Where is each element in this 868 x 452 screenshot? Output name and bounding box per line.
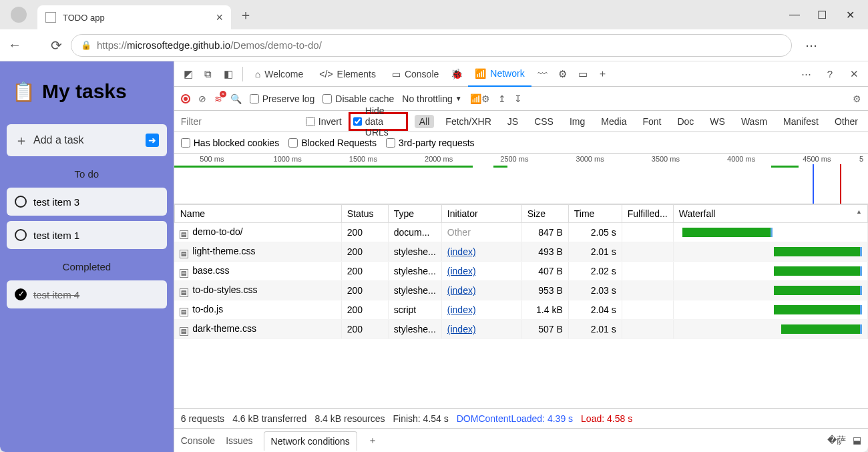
- panel-icon[interactable]: ▭: [574, 65, 592, 83]
- back-button[interactable]: ←: [8, 37, 21, 53]
- network-filter-row2: Has blocked cookies Blocked Requests 3rd…: [174, 132, 868, 154]
- filter-type-ws[interactable]: WS: [705, 115, 730, 128]
- more-tools-icon[interactable]: ⋯: [797, 65, 815, 83]
- network-request-table[interactable]: Name Status Type Initiator Size Time Ful…: [174, 204, 868, 408]
- close-devtools-icon[interactable]: ✕: [845, 65, 863, 83]
- col-initiator[interactable]: Initiator: [441, 205, 521, 223]
- new-tab-button[interactable]: ＋: [239, 6, 252, 24]
- help-icon[interactable]: ?: [821, 65, 839, 83]
- record-button[interactable]: [181, 94, 190, 103]
- task-label: test item 3: [33, 196, 79, 208]
- close-tab-icon[interactable]: ×: [216, 11, 223, 25]
- more-menu-button[interactable]: ⋯: [805, 38, 817, 53]
- filter-type-all[interactable]: All: [415, 115, 435, 128]
- network-timeline[interactable]: 500 ms1000 ms1500 ms2000 ms2500 ms3000 m…: [174, 154, 868, 204]
- file-icon: ▤: [180, 269, 188, 278]
- col-fulfilled[interactable]: Fulfilled...: [622, 205, 673, 223]
- table-row[interactable]: ▤to-do-styles.css200styleshe...(index)95…: [174, 281, 867, 300]
- col-time[interactable]: Time: [568, 205, 622, 223]
- network-settings-icon[interactable]: ⚙: [853, 93, 861, 104]
- col-name[interactable]: Name: [174, 205, 341, 223]
- status-transferred: 4.6 kB transferred: [232, 413, 306, 424]
- add-tab-icon[interactable]: ＋: [594, 65, 612, 83]
- device-icon[interactable]: ⧉: [200, 65, 217, 83]
- network-conditions-icon[interactable]: 📶⚙: [470, 93, 490, 104]
- clear-button[interactable]: ⊘: [198, 93, 206, 104]
- network-status-bar: 6 requests 4.6 kB transferred 8.4 kB res…: [174, 408, 868, 428]
- initiator-link[interactable]: (index): [447, 324, 476, 334]
- sources-icon[interactable]: 🐞: [448, 65, 465, 83]
- blocked-requests-checkbox[interactable]: Blocked Requests: [288, 138, 377, 148]
- task-item-completed[interactable]: test item 4: [7, 280, 167, 308]
- col-status[interactable]: Status: [341, 205, 388, 223]
- inspect-icon[interactable]: ◩: [180, 65, 197, 83]
- third-party-checkbox[interactable]: 3rd-party requests: [386, 138, 475, 148]
- initiator-link[interactable]: (index): [447, 304, 476, 315]
- home-icon: ⌂: [255, 69, 260, 79]
- disable-cache-checkbox[interactable]: Disable cache: [322, 93, 394, 104]
- tab-network[interactable]: 📶Network: [468, 61, 531, 87]
- devtools-tabs: ◩ ⧉ ◧ ⌂Welcome </>Elements ▭Console 🐞 📶N…: [174, 61, 868, 87]
- drawer-tab-issues[interactable]: Issues: [226, 435, 252, 446]
- col-type[interactable]: Type: [388, 205, 441, 223]
- table-row[interactable]: ▤dark-theme.css200styleshe...(index)507 …: [174, 320, 867, 339]
- preserve-log-checkbox[interactable]: Preserve log: [250, 93, 315, 104]
- filter-type-fetch[interactable]: Fetch/XHR: [441, 115, 495, 128]
- close-window-button[interactable]: ✕: [845, 9, 855, 21]
- drawer-collapse-icon[interactable]: ⬓: [853, 435, 861, 447]
- filter-type-other[interactable]: Other: [830, 115, 863, 128]
- table-row[interactable]: ▤to-do.js200script(index)1.4 kB2.04 s: [174, 300, 867, 320]
- initiator-link[interactable]: (index): [447, 285, 476, 296]
- filter-type-font[interactable]: Font: [638, 115, 666, 128]
- drawer-expand-icon[interactable]: �萨: [827, 435, 846, 447]
- maximize-button[interactable]: ☐: [817, 9, 827, 21]
- dock-icon[interactable]: ◧: [220, 65, 237, 83]
- task-checkbox[interactable]: [15, 229, 27, 241]
- file-icon: ▤: [180, 327, 188, 336]
- filter-type-img[interactable]: Img: [565, 115, 590, 128]
- filter-type-css[interactable]: CSS: [529, 115, 558, 128]
- status-requests: 6 requests: [181, 413, 224, 424]
- profile-avatar[interactable]: [11, 7, 27, 23]
- filter-type-media[interactable]: Media: [596, 115, 631, 128]
- table-row[interactable]: ▤demo-to-do/200docum...Other847 B2.05 s: [174, 223, 867, 242]
- tab-console[interactable]: ▭Console: [385, 61, 445, 87]
- titlebar: TODO app × ＋ ― ☐ ✕: [0, 0, 868, 29]
- initiator-link[interactable]: (index): [447, 266, 476, 276]
- col-size[interactable]: Size: [521, 205, 568, 223]
- tab-elements[interactable]: </>Elements: [312, 61, 383, 87]
- url-field[interactable]: 🔒 https://microsoftedge.github.io/Demos/…: [71, 34, 792, 57]
- filter-type-manifest[interactable]: Manifest: [779, 115, 823, 128]
- col-waterfall[interactable]: Waterfall: [673, 205, 867, 223]
- filter-type-wasm[interactable]: Wasm: [736, 115, 772, 128]
- task-checkbox-checked[interactable]: [15, 288, 27, 300]
- throttling-select[interactable]: No throttling▼: [402, 93, 461, 104]
- status-resources: 8.4 kB resources: [314, 413, 385, 424]
- table-row[interactable]: ▤base.css200styleshe...(index)407 B2.02 …: [174, 262, 867, 281]
- filter-type-js[interactable]: JS: [503, 115, 523, 128]
- drawer-tab-console[interactable]: Console: [181, 435, 215, 446]
- drawer-add-tab-icon[interactable]: ＋: [368, 435, 377, 447]
- add-task-button[interactable]: ＋ Add a task ➜: [7, 124, 167, 156]
- filter-type-doc[interactable]: Doc: [672, 115, 698, 128]
- submit-arrow-icon[interactable]: ➜: [146, 134, 159, 147]
- browser-tab[interactable]: TODO app ×: [37, 5, 231, 29]
- import-har-icon[interactable]: ↥: [498, 93, 506, 104]
- task-checkbox[interactable]: [15, 196, 27, 208]
- refresh-button[interactable]: ⟳: [49, 37, 63, 53]
- performance-icon[interactable]: 〰: [534, 65, 552, 83]
- export-har-icon[interactable]: ↧: [514, 93, 522, 104]
- minimize-button[interactable]: ―: [789, 9, 799, 21]
- blocked-cookies-checkbox[interactable]: Has blocked cookies: [181, 138, 279, 148]
- gear-icon[interactable]: ⚙: [554, 65, 572, 83]
- tab-welcome[interactable]: ⌂Welcome: [248, 61, 310, 87]
- drawer-tab-network-conditions[interactable]: Network conditions: [264, 431, 357, 451]
- table-row[interactable]: ▤light-theme.css200styleshe...(index)493…: [174, 242, 867, 262]
- invert-checkbox[interactable]: Invert: [306, 116, 342, 127]
- filter-toggle-icon[interactable]: ≋×: [214, 93, 222, 104]
- initiator-link[interactable]: (index): [447, 246, 476, 257]
- task-item[interactable]: test item 3: [7, 188, 167, 216]
- search-icon[interactable]: 🔍: [230, 93, 242, 104]
- filter-input[interactable]: [180, 115, 299, 128]
- task-item[interactable]: test item 1: [7, 221, 167, 249]
